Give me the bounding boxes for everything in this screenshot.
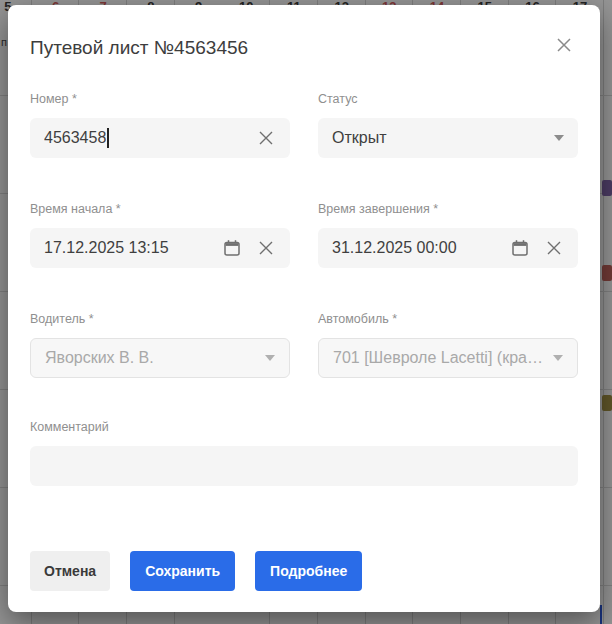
- driver-field-group: Водитель * Яворских В. В.: [30, 312, 290, 378]
- comment-label: Комментарий: [30, 420, 578, 434]
- text-caret: [107, 128, 109, 148]
- chevron-down-icon: [554, 135, 564, 141]
- status-field-group: Статус Открыт: [318, 92, 578, 158]
- save-button[interactable]: Сохранить: [130, 551, 235, 591]
- chevron-down-icon: [553, 355, 563, 361]
- comment-input[interactable]: [30, 446, 578, 486]
- status-select[interactable]: Открыт: [318, 118, 578, 158]
- end-time-label: Время завершения *: [318, 202, 578, 216]
- end-time-input[interactable]: 31.12.2025 00:00: [318, 228, 578, 268]
- start-time-input[interactable]: 17.12.2025 13:15: [30, 228, 290, 268]
- number-clear-button[interactable]: [256, 128, 276, 148]
- waybill-dialog: Путевой лист №4563456 Номер * 4563458 Ст…: [8, 5, 600, 612]
- status-value: Открыт: [332, 129, 387, 147]
- end-time-calendar-button[interactable]: [510, 238, 530, 258]
- end-time-field-group: Время завершения * 31.12.2025 00:00: [318, 202, 578, 268]
- driver-select: Яворских В. В.: [30, 338, 290, 378]
- clear-icon: [544, 238, 564, 258]
- number-input[interactable]: 4563458: [30, 118, 290, 158]
- start-time-clear-button[interactable]: [256, 238, 276, 258]
- comment-field-group: Комментарий: [30, 420, 578, 486]
- number-value: 4563458: [44, 129, 106, 147]
- driver-label: Водитель *: [30, 312, 290, 326]
- end-time-clear-button[interactable]: [544, 238, 564, 258]
- vehicle-select: 701 [Шевроле Lacetti] (крас…: [318, 338, 578, 378]
- cancel-button[interactable]: Отмена: [30, 551, 110, 591]
- start-time-label: Время начала *: [30, 202, 290, 216]
- number-field-group: Номер * 4563458: [30, 92, 290, 158]
- vehicle-value: 701 [Шевроле Lacetti] (крас…: [333, 349, 547, 367]
- chevron-down-icon: [265, 355, 275, 361]
- start-time-value: 17.12.2025 13:15: [44, 239, 169, 257]
- start-time-field-group: Время начала * 17.12.2025 13:15: [30, 202, 290, 268]
- clear-icon: [256, 238, 276, 258]
- dialog-actions: Отмена Сохранить Подробнее: [30, 551, 362, 591]
- end-time-value: 31.12.2025 00:00: [332, 239, 457, 257]
- details-button[interactable]: Подробнее: [255, 551, 362, 591]
- status-label: Статус: [318, 92, 578, 106]
- vehicle-label: Автомобиль *: [318, 312, 578, 326]
- vehicle-field-group: Автомобиль * 701 [Шевроле Lacetti] (крас…: [318, 312, 578, 378]
- start-time-calendar-button[interactable]: [222, 238, 242, 258]
- close-icon: [555, 36, 573, 58]
- close-button[interactable]: [552, 35, 576, 59]
- calendar-icon: [222, 238, 242, 258]
- clear-icon: [256, 128, 276, 148]
- dialog-title: Путевой лист №4563456: [30, 37, 248, 59]
- number-label: Номер *: [30, 92, 290, 106]
- calendar-icon: [510, 238, 530, 258]
- driver-value: Яворских В. В.: [45, 349, 154, 367]
